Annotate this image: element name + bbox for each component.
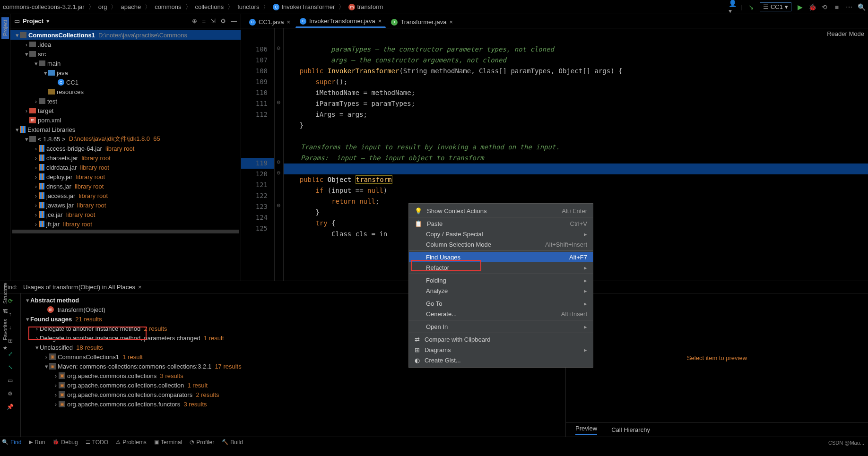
preview-tab[interactable]: Preview bbox=[575, 425, 597, 435]
status-bar: 🔍Find ▶Run 🐞Debug ☰TODO ⚠Problems ▣Termi… bbox=[0, 437, 868, 447]
ctx-diagrams[interactable]: ⊞Diagrams▸ bbox=[409, 344, 593, 355]
crumb[interactable]: mtransform bbox=[348, 3, 383, 11]
tree-item[interactable]: ›jce.jar library root bbox=[10, 210, 241, 219]
tree-item[interactable]: ›.idea bbox=[10, 40, 241, 49]
tree-item[interactable]: ▾main bbox=[10, 59, 241, 68]
tree-item[interactable]: ▾src bbox=[10, 49, 241, 59]
ctx-analyze[interactable]: Analyze▸ bbox=[409, 285, 593, 296]
call-hierarchy-tab[interactable]: Call Hierarchy bbox=[611, 426, 650, 433]
tree-item[interactable]: mpom.xml bbox=[10, 115, 241, 125]
structure-tool-button[interactable]: Structure bbox=[2, 281, 9, 306]
ctx-open-in[interactable]: Open In▸ bbox=[409, 321, 593, 332]
close-icon[interactable]: × bbox=[138, 284, 142, 291]
debug-icon[interactable]: 🐞 bbox=[808, 3, 816, 11]
usage-node[interactable]: ›▣org.apache.commons.collections.collect… bbox=[21, 380, 565, 390]
tree-item[interactable]: ›cldrdata.jar library root bbox=[10, 163, 241, 172]
fold-icon[interactable]: ⊖ bbox=[277, 45, 280, 51]
ctx-gist[interactable]: ◐Create Gist... bbox=[409, 355, 593, 365]
tree-item[interactable]: ›javaws.jar library root bbox=[10, 200, 241, 210]
editor-tab[interactable]: ITransformer.java× bbox=[387, 16, 457, 28]
crumb[interactable]: apache bbox=[121, 3, 141, 10]
usage-node[interactable]: ›▣org.apache.commons.collections.functor… bbox=[21, 399, 565, 409]
ctx-show-actions[interactable]: 💡Show Context ActionsAlt+Enter bbox=[409, 206, 593, 216]
tree-item[interactable]: ›jfr.jar library root bbox=[10, 219, 241, 229]
tree-item[interactable]: ›dnsns.jar library root bbox=[10, 181, 241, 191]
more-icon[interactable]: ⋯ bbox=[845, 3, 853, 11]
tree-item[interactable]: ›target bbox=[10, 106, 241, 115]
horizontal-scrollbar[interactable] bbox=[12, 230, 239, 233]
expand-icon[interactable]: ⇲ bbox=[210, 17, 216, 25]
tree-item[interactable]: CCC1 bbox=[10, 77, 241, 87]
preview-icon[interactable]: ▭ bbox=[6, 376, 15, 385]
usage-node[interactable]: ›▣org.apache.commons.collections 3 resul… bbox=[21, 371, 565, 380]
crumb[interactable]: org bbox=[98, 3, 107, 10]
tree-item[interactable]: resources bbox=[10, 87, 241, 96]
target-icon[interactable]: ⊕ bbox=[192, 17, 197, 25]
reader-mode-label[interactable]: Reader Mode bbox=[827, 30, 864, 37]
fold-icon[interactable]: ⊖ bbox=[277, 203, 280, 208]
stop-icon[interactable]: ■ bbox=[833, 3, 841, 11]
sb-find[interactable]: 🔍Find bbox=[2, 439, 21, 446]
tree-item[interactable]: ›deploy.jar library root bbox=[10, 172, 241, 181]
user-add-icon[interactable]: 👤▾ bbox=[729, 3, 737, 11]
tree-item[interactable]: ▾External Libraries bbox=[10, 125, 241, 134]
sb-problems[interactable]: ⚠Problems bbox=[116, 439, 147, 446]
sort-icon[interactable]: ≡ bbox=[202, 17, 206, 25]
gear-icon[interactable]: ⚙ bbox=[6, 389, 15, 398]
fold-icon[interactable]: ⊖ bbox=[277, 170, 280, 175]
crumb[interactable]: commons bbox=[155, 3, 181, 10]
tree-item[interactable]: ›test bbox=[10, 96, 241, 106]
tree-item[interactable]: ▾< 1.8.65 > D:\notes\java\jdk文件\jdk1.8.0… bbox=[10, 134, 241, 144]
fold-icon[interactable]: ⊖ bbox=[277, 159, 280, 164]
crumb[interactable]: CInvokerTransformer bbox=[273, 3, 335, 11]
terminal-icon: ▣ bbox=[154, 439, 159, 445]
ctx-generate[interactable]: Generate...Alt+Insert bbox=[409, 309, 593, 319]
sb-debug[interactable]: 🐞Debug bbox=[52, 439, 78, 446]
project-view-icon[interactable]: ▭ bbox=[14, 17, 20, 25]
project-tool-button[interactable]: Project bbox=[1, 17, 9, 39]
hide-icon[interactable]: — bbox=[231, 17, 237, 25]
editor-tab[interactable]: CCC1.java× bbox=[245, 16, 295, 28]
gear-icon[interactable]: ⚙ bbox=[220, 17, 226, 25]
ctx-compare[interactable]: ⇄Compare with Clipboard bbox=[409, 334, 593, 344]
dropdown-icon[interactable]: ▾ bbox=[46, 17, 50, 25]
sb-run[interactable]: ▶Run bbox=[29, 439, 45, 446]
favorites-tool-button[interactable]: Favorites bbox=[2, 317, 9, 342]
crumb[interactable]: functors bbox=[237, 3, 259, 10]
search-icon[interactable]: 🔍 bbox=[858, 3, 865, 11]
tree-item[interactable]: ›charsets.jar library root bbox=[10, 153, 241, 163]
tree-item[interactable]: ▾java bbox=[10, 68, 241, 77]
usage-node[interactable]: ›▣org.apache.commons.collections.compara… bbox=[21, 390, 565, 399]
run-icon[interactable]: ▶ bbox=[796, 3, 804, 11]
profiler-icon: ◔ bbox=[190, 439, 194, 445]
tree-root[interactable]: ▾CommonsCollections1 D:\notes\java\pract… bbox=[10, 30, 241, 40]
ctx-copy-special[interactable]: Copy / Paste Special▸ bbox=[409, 229, 593, 239]
crumb[interactable]: collections bbox=[195, 3, 224, 10]
back-arrow-icon[interactable]: ↘ bbox=[747, 3, 755, 11]
ctx-goto[interactable]: Go To▸ bbox=[409, 298, 593, 309]
sb-profiler[interactable]: ◔Profiler bbox=[190, 439, 214, 446]
sb-terminal[interactable]: ▣Terminal bbox=[154, 439, 182, 446]
pin-icon[interactable]: 📌 bbox=[6, 402, 15, 412]
project-title[interactable]: Project bbox=[23, 17, 43, 25]
tree-item[interactable]: ›access-bridge-64.jar library root bbox=[10, 144, 241, 153]
fold-column[interactable]: ⊖ ⊖ ⊖ ⊖ ⊖ bbox=[274, 28, 284, 281]
ctx-folding[interactable]: Folding▸ bbox=[409, 275, 593, 285]
sb-build[interactable]: 🔨Build bbox=[222, 439, 243, 446]
project-tree[interactable]: ▾CommonsCollections1 D:\notes\java\pract… bbox=[10, 28, 241, 281]
tree-item[interactable]: ›jaccess.jar library root bbox=[10, 191, 241, 200]
sb-todo[interactable]: ☰TODO bbox=[86, 439, 108, 446]
run-config-selector[interactable]: ☰ CC1 ▾ bbox=[760, 2, 791, 11]
project-header: ▭ Project ▾ ⊕ ≡ ⇲ ⚙ — bbox=[10, 14, 241, 28]
coverage-icon[interactable]: ⟲ bbox=[821, 3, 828, 11]
ctx-paste[interactable]: 📋PasteCtrl+V bbox=[409, 218, 593, 229]
close-icon[interactable]: × bbox=[286, 18, 290, 26]
close-icon[interactable]: × bbox=[449, 18, 453, 26]
collapse-icon[interactable]: ⤡ bbox=[6, 362, 15, 372]
crumb[interactable]: commons-collections-3.2.1.jar bbox=[3, 3, 85, 10]
close-icon[interactable]: × bbox=[378, 17, 382, 25]
fold-icon[interactable]: ⊖ bbox=[277, 100, 280, 105]
module-icon: ▣ bbox=[49, 363, 56, 370]
editor-tab[interactable]: CInvokerTransformer.java× bbox=[295, 15, 386, 28]
ctx-column-mode[interactable]: Column Selection ModeAlt+Shift+Insert bbox=[409, 239, 593, 250]
